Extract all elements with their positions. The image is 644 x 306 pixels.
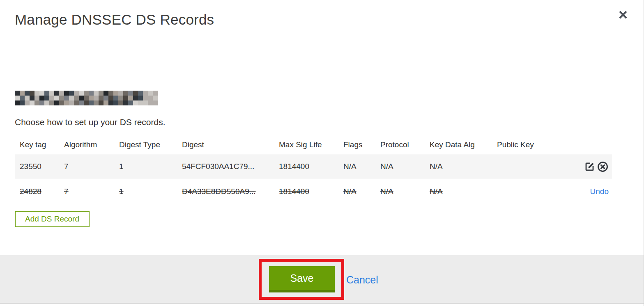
cell-protocol: N/A [380,187,430,196]
cell-algorithm: 7 [64,162,119,171]
col-digest-type: Digest Type [119,140,182,149]
undo-link[interactable]: Undo [590,187,609,196]
edit-record-icon[interactable] [584,161,596,173]
instruction-text: Choose how to set up your DS records. [15,117,166,127]
col-public-key: Public Key [497,140,550,149]
cell-actions: Undo [550,187,612,196]
col-max-sig-life: Max Sig Life [279,140,343,149]
cell-digest-type: 1 [119,187,182,196]
col-flags: Flags [343,140,380,149]
col-digest: Digest [182,140,279,149]
save-button[interactable]: Save [269,266,335,292]
table-header: Key tag Algorithm Digest Type Digest Max… [15,135,612,154]
col-key-tag: Key tag [15,140,64,149]
cell-actions [550,161,612,173]
col-protocol: Protocol [380,140,430,149]
cell-digest: D4A33E8DD550A9... [182,187,279,196]
cell-max-sig-life: 1814400 [279,187,343,196]
cell-digest-type: 1 [119,162,182,171]
table-row: 235507154FCF030AA1C79...1814400N/AN/AN/A [15,154,612,179]
cell-key-tag: 24828 [15,187,64,196]
ds-records-table: Key tag Algorithm Digest Type Digest Max… [15,135,612,204]
add-ds-record-button[interactable]: Add DS Record [15,211,90,227]
table-body: 235507154FCF030AA1C79...1814400N/AN/AN/A… [15,154,612,204]
cell-max-sig-life: 1814400 [279,162,343,171]
cell-algorithm: 7 [64,187,119,196]
table-row: 2482871D4A33E8DD550A9...1814400N/AN/AN/A… [15,179,612,204]
close-icon[interactable] [616,8,630,21]
cell-protocol: N/A [380,162,430,171]
cell-key-data-alg: N/A [430,187,497,196]
cell-key-data-alg: N/A [430,162,497,171]
cell-flags: N/A [343,162,380,171]
cell-key-tag: 23550 [15,162,64,171]
cancel-link[interactable]: Cancel [346,274,378,286]
cell-digest: 54FCF030AA1C79... [182,162,279,171]
cell-flags: N/A [343,187,380,196]
redacted-domain-name [15,91,158,105]
x-cross-glyph [618,9,628,20]
col-algorithm: Algorithm [64,140,119,149]
delete-record-icon[interactable] [597,161,609,173]
page-title: Manage DNSSEC DS Records [15,11,214,28]
col-key-data-alg: Key Data Alg [430,140,497,149]
